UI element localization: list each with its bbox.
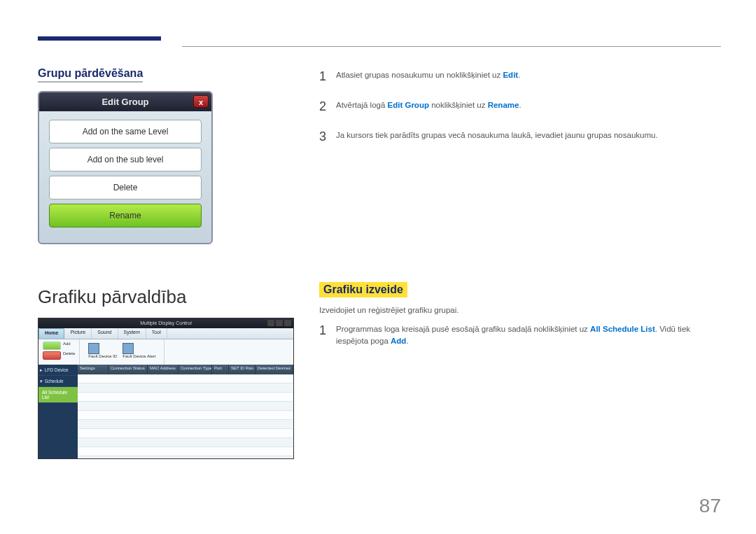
table-row (78, 438, 293, 447)
collapse-icon: ▾ (40, 379, 43, 384)
app-body: ▸ LFD Device ▾ Schedule All Schedule Lis… (38, 365, 293, 458)
delete-ribbon-label: Delete (63, 351, 75, 360)
dialog-title-text: Edit Group (102, 97, 148, 107)
tab-picture[interactable]: Picture (64, 328, 92, 339)
table-row (78, 447, 293, 456)
step-post: . (406, 337, 408, 345)
app-title-text: Multiple Display Control (140, 321, 192, 325)
keyword-rename: Rename (488, 101, 519, 109)
maximize-icon[interactable] (276, 320, 283, 326)
table-row (78, 393, 293, 402)
step-post: . (518, 71, 520, 79)
sidebar-item-lfd[interactable]: ▸ LFD Device (38, 365, 78, 376)
heading-schedule-management: Grafiku pārvaldība (38, 286, 294, 308)
edit-group-dialog: Edit Group x Add on the same Level Add o… (38, 91, 213, 244)
col-settings[interactable]: Settings (78, 365, 108, 374)
keyword-edit: Edit (503, 71, 518, 79)
add-ribbon-label: Add (63, 342, 71, 350)
spacer (319, 157, 721, 282)
step-number: 3 (319, 127, 329, 146)
sidebar-lfd-label: LFD Device (45, 367, 69, 372)
table-row (78, 402, 293, 411)
step-text: Programmas loga kreisajā pusē esošajā gr… (336, 321, 721, 348)
step-text: Atlasiet grupas nosaukumu un noklikšķini… (336, 67, 520, 86)
col-mac[interactable]: MAC Address (148, 365, 178, 374)
ribbon-group-edit: Add Delete (38, 339, 80, 365)
step-pre: Programmas loga kreisajā pusē esošajā gr… (336, 325, 590, 333)
rename-step-2: 2 Atvērtajā logā Edit Group noklikšķinie… (319, 97, 721, 116)
minimize-icon[interactable] (267, 320, 274, 326)
app-table: Settings Connection Status MAC Address C… (78, 365, 293, 458)
keyword-all-schedule-list: All Schedule List (590, 325, 655, 333)
close-window-icon[interactable] (284, 320, 291, 326)
tab-tool[interactable]: Tool (146, 328, 167, 339)
step-mid: noklikšķiniet uz (429, 101, 488, 109)
sidebar-item-schedule[interactable]: ▾ Schedule (38, 376, 78, 387)
expand-icon: ▸ (40, 367, 43, 373)
ribbon-tabs: Home Picture Sound System Tool (38, 328, 293, 339)
ribbon-group-fault: Fault Device ID Fault Device Alert (80, 339, 164, 365)
app-screenshot: Multiple Display Control Home Picture So… (38, 318, 294, 459)
table-row (78, 411, 293, 420)
header-thin-rule (182, 46, 721, 47)
table-row (78, 420, 293, 429)
step-text: Atvērtajā logā Edit Group noklikšķiniet … (336, 97, 522, 116)
keyword-add: Add (391, 337, 406, 345)
dialog-titlebar: Edit Group x (39, 92, 211, 111)
fault-device-id-icon[interactable] (88, 343, 99, 354)
fault-device-alert-icon[interactable] (122, 343, 134, 354)
page-number: 87 (699, 495, 721, 517)
content-columns: Grupu pārdēvēšana Edit Group x Add on th… (38, 67, 721, 459)
create-step-1: 1 Programmas loga kreisajā pusē esošajā … (319, 321, 721, 348)
close-icon[interactable]: x (193, 95, 209, 108)
window-controls (267, 320, 291, 326)
sidebar-schedule-label: Schedule (45, 379, 64, 384)
delete-button[interactable]: Delete (49, 176, 202, 199)
left-column: Grupu pārdēvēšana Edit Group x Add on th… (38, 67, 294, 459)
step-post: . (519, 101, 521, 109)
right-column: 1 Atlasiet grupas nosaukumu un noklikšķi… (319, 67, 721, 459)
step-pre: Atlasiet grupas nosaukumu un noklikšķini… (336, 71, 503, 79)
schedule-intro: Izveidojiet un reģistrējiet grafiku grup… (319, 306, 721, 314)
dialog-body: Add on the same Level Add on the sub lev… (39, 111, 211, 243)
tab-system[interactable]: System (118, 328, 146, 339)
app-titlebar: Multiple Display Control (38, 318, 293, 328)
col-detected[interactable]: Detected Devices (255, 365, 293, 374)
col-port[interactable]: Port (212, 365, 229, 374)
table-row (78, 374, 293, 384)
step-pre: Atvērtajā logā (336, 101, 388, 109)
rename-step-1: 1 Atlasiet grupas nosaukumu un noklikšķi… (319, 67, 721, 86)
ribbon-body: Add Delete Fault Device ID (38, 339, 293, 365)
step-text: Ja kursors tiek parādīts grupas vecā nos… (336, 127, 658, 146)
delete-ribbon-button[interactable] (43, 351, 61, 360)
heading-group-rename: Grupu pārdēvēšana (38, 67, 143, 83)
app-sidebar: ▸ LFD Device ▾ Schedule All Schedule Lis… (38, 365, 78, 458)
col-connection-type[interactable]: Connection Type (178, 365, 212, 374)
table-row (78, 384, 293, 393)
add-same-level-button[interactable]: Add on the same Level (49, 120, 202, 143)
tab-home[interactable]: Home (38, 328, 64, 339)
step-number: 1 (319, 67, 329, 86)
tab-sound[interactable]: Sound (92, 328, 118, 339)
sidebar-item-all-schedule-list[interactable]: All Schedule List (38, 387, 78, 403)
rename-step-3: 3 Ja kursors tiek parādīts grupas vecā n… (319, 127, 721, 146)
step-number: 2 (319, 97, 329, 116)
keyword-edit-group: Edit Group (388, 101, 429, 109)
table-row (78, 429, 293, 438)
fault-alert-label: Fault Device Alert (122, 354, 155, 358)
table-header-row: Settings Connection Status MAC Address C… (78, 365, 293, 374)
add-ribbon-button[interactable] (43, 342, 61, 350)
step-number: 1 (319, 321, 329, 348)
col-setid[interactable]: SET ID Ran... (229, 365, 255, 374)
fault-id-label: Fault Device ID (88, 354, 117, 358)
rename-button[interactable]: Rename (49, 204, 202, 227)
col-connection-status[interactable]: Connection Status (108, 365, 148, 374)
header-thick-rule (38, 36, 161, 41)
add-sub-level-button[interactable]: Add on the sub level (49, 148, 202, 171)
table-body (78, 374, 293, 458)
heading-schedule-create: Grafiku izveide (319, 282, 407, 297)
